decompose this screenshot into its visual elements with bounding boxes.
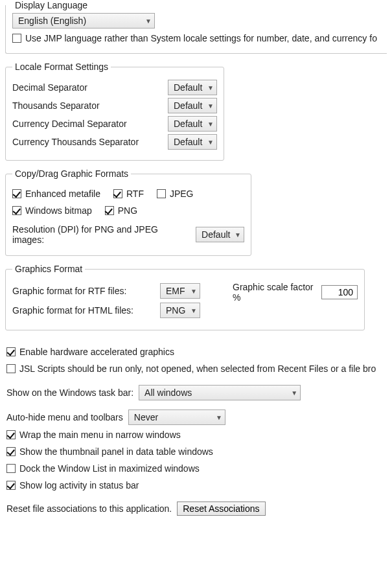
checkbox-icon <box>6 464 16 473</box>
graphics-format-group: Graphics Format Graphic format for RTF f… <box>5 264 365 330</box>
wrap-menu-label: Wrap the main menu in narrow windows <box>19 430 181 440</box>
format-label: PNG <box>118 205 137 216</box>
copy-drag-group: Copy/Drag Graphic Formats Enhanced metaf… <box>5 168 251 256</box>
autohide-value: Never <box>134 412 158 422</box>
format-label: Windows bitmap <box>25 205 92 216</box>
display-language-value: English (English) <box>18 16 86 26</box>
checkbox-icon <box>12 206 21 215</box>
thumb-panel-label: Show the thumbnail panel in data table w… <box>19 446 213 457</box>
locale-row: Decimal SeparatorDefault▼ <box>12 80 217 95</box>
chevron-down-icon: ▼ <box>235 231 241 238</box>
rtf-format-dropdown[interactable]: EMF ▼ <box>160 283 200 299</box>
checkbox-icon <box>6 481 16 490</box>
locale-row: Currency Decimal SeparatorDefault▼ <box>12 116 217 132</box>
locale-format-legend: Locale Format Settings <box>12 62 111 72</box>
format-checkbox[interactable]: Windows bitmap <box>12 205 92 216</box>
checkbox-icon <box>12 189 21 198</box>
format-checkbox[interactable]: Enhanced metafile <box>12 189 100 199</box>
locale-dropdown[interactable]: Default▼ <box>168 98 217 113</box>
locale-value: Default <box>174 119 202 129</box>
checkbox-icon <box>6 447 16 456</box>
thumb-panel-checkbox[interactable]: Show the thumbnail panel in data table w… <box>6 446 213 457</box>
taskbar-value: All windows <box>144 387 192 398</box>
chevron-down-icon: ▼ <box>207 139 214 146</box>
taskbar-dropdown[interactable]: All windows ▼ <box>139 385 301 400</box>
use-jmp-language-checkbox[interactable]: Use JMP language rather than System loca… <box>12 33 377 43</box>
scale-factor-input[interactable] <box>321 285 358 299</box>
display-language-legend: Display Language <box>12 0 90 10</box>
taskbar-label: Show on the Windows task bar: <box>6 387 133 398</box>
format-label: Enhanced metafile <box>25 189 100 199</box>
jsl-scripts-label: JSL Scripts should be run only, not open… <box>19 363 376 374</box>
resolution-dropdown[interactable]: Default ▼ <box>196 227 244 242</box>
locale-label: Decimal Separator <box>12 82 161 93</box>
chevron-down-icon: ▼ <box>145 17 152 25</box>
chevron-down-icon: ▼ <box>207 102 214 110</box>
resolution-label: Resolution (DPI) for PNG and JPEG images… <box>12 224 189 245</box>
locale-dropdown[interactable]: Default▼ <box>168 80 217 95</box>
html-format-dropdown[interactable]: PNG ▼ <box>160 303 200 318</box>
jsl-scripts-checkbox[interactable]: JSL Scripts should be run only, not open… <box>6 363 376 374</box>
chevron-down-icon: ▼ <box>207 121 214 128</box>
display-language-group: Display Language English (English) ▼ Use… <box>5 0 387 54</box>
checkbox-icon <box>105 206 114 215</box>
locale-label: Currency Decimal Separator <box>12 119 161 129</box>
resolution-value: Default <box>202 229 230 240</box>
format-checkbox[interactable]: PNG <box>105 205 137 216</box>
graphics-format-legend: Graphics Format <box>12 264 85 274</box>
rtf-format-label: Graphic format for RTF files: <box>12 286 155 296</box>
checkbox-icon <box>12 34 21 43</box>
locale-value: Default <box>174 82 202 93</box>
locale-value: Default <box>174 137 202 147</box>
locale-dropdown[interactable]: Default▼ <box>168 116 217 132</box>
dock-winlist-label: Dock the Window List in maximized window… <box>19 463 200 474</box>
format-checkbox[interactable]: JPEG <box>157 189 194 199</box>
hw-accel-label: Enable hardware accelerated graphics <box>19 347 174 357</box>
locale-row: Currency Thousands SeparatorDefault▼ <box>12 134 217 150</box>
checkbox-icon <box>157 189 166 198</box>
checkbox-icon <box>6 430 16 439</box>
chevron-down-icon: ▼ <box>216 414 222 421</box>
checkbox-icon <box>6 347 16 356</box>
locale-label: Currency Thousands Separator <box>12 137 161 147</box>
hw-accel-checkbox[interactable]: Enable hardware accelerated graphics <box>6 347 174 357</box>
dock-winlist-checkbox[interactable]: Dock the Window List in maximized window… <box>6 463 200 474</box>
scale-factor-label: Graphic scale factor % <box>233 282 316 303</box>
rtf-format-value: EMF <box>166 286 185 296</box>
locale-row: Thousands SeparatorDefault▼ <box>12 98 217 113</box>
log-activity-checkbox[interactable]: Show log activity in status bar <box>6 480 139 490</box>
format-label: JPEG <box>170 189 194 199</box>
autohide-dropdown[interactable]: Never ▼ <box>128 409 225 425</box>
format-checkbox[interactable]: RTF <box>113 189 144 199</box>
chevron-down-icon: ▼ <box>291 389 297 397</box>
copy-drag-legend: Copy/Drag Graphic Formats <box>12 168 131 179</box>
locale-dropdown[interactable]: Default▼ <box>168 134 217 150</box>
checkbox-icon <box>113 189 122 198</box>
chevron-down-icon: ▼ <box>207 84 214 91</box>
locale-format-group: Locale Format Settings Decimal Separator… <box>5 62 224 161</box>
log-activity-label: Show log activity in status bar <box>19 480 139 490</box>
html-format-label: Graphic format for HTML files: <box>12 305 155 316</box>
wrap-menu-checkbox[interactable]: Wrap the main menu in narrow windows <box>6 430 181 440</box>
locale-label: Thousands Separator <box>12 100 161 111</box>
display-language-dropdown[interactable]: English (English) ▼ <box>12 13 155 29</box>
chevron-down-icon: ▼ <box>190 307 197 314</box>
checkbox-icon <box>6 364 16 373</box>
use-jmp-language-label: Use JMP language rather than System loca… <box>25 33 377 43</box>
locale-value: Default <box>174 100 202 111</box>
reset-assoc-button[interactable]: Reset Associations <box>177 502 265 516</box>
format-label: RTF <box>126 189 144 199</box>
html-format-value: PNG <box>166 305 185 316</box>
reset-assoc-label: Reset file associations to this applicat… <box>6 503 172 514</box>
chevron-down-icon: ▼ <box>190 288 197 295</box>
autohide-label: Auto-hide menu and toolbars <box>6 412 123 422</box>
